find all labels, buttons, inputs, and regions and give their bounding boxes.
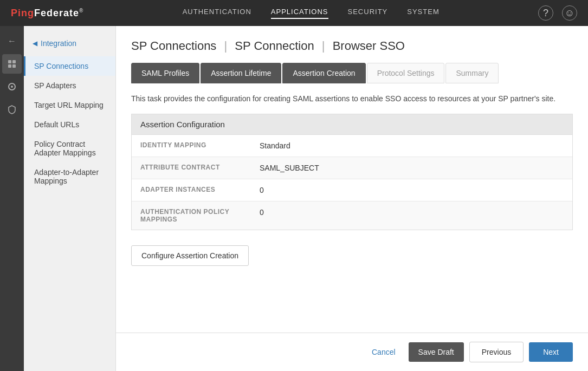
sidebar-icon-arrow[interactable]: ← (2, 31, 22, 51)
nav-authentication[interactable]: Authentication (183, 8, 251, 19)
svg-rect-0 (8, 60, 11, 63)
config-label-adapter: Adapter Instances (132, 179, 251, 201)
sidebar-item-adapter-to-adapter[interactable]: Adapter-to-Adapter Mappings (24, 162, 115, 191)
config-row-adapter: Adapter Instances 0 (132, 179, 572, 201)
svg-rect-2 (8, 64, 11, 68)
sidebar-item-default-urls[interactable]: Default URLs (24, 115, 115, 134)
nav-applications[interactable]: Applications (271, 8, 328, 19)
main-content-area: SP Connections | SP Connection | Browser… (116, 26, 588, 371)
breadcrumb-separator-1: | (224, 39, 231, 53)
sidebar-icon-connections[interactable] (2, 54, 22, 74)
top-navigation: PingFederate® Authentication Application… (0, 0, 588, 26)
tab-saml-profiles[interactable]: SAML Profiles (131, 63, 199, 83)
nav-links: Authentication Applications Security Sys… (83, 8, 538, 19)
config-label-identity: Identity Mapping (132, 135, 251, 157)
sidebar-icon-adapters[interactable] (2, 77, 22, 96)
back-button[interactable]: ◀ Integration (24, 35, 115, 52)
tab-assertion-creation[interactable]: Assertion Creation (282, 63, 365, 83)
svg-rect-1 (12, 60, 16, 63)
breadcrumb-part-1: SP Connections (131, 39, 216, 53)
config-row-identity: Identity Mapping Standard (132, 135, 572, 157)
svg-rect-3 (12, 64, 16, 68)
back-label: Integration (41, 39, 76, 48)
help-icon[interactable]: ? (538, 5, 553, 21)
left-navigation: ◀ Integration SP Connections SP Adapters… (24, 26, 116, 371)
breadcrumb-part-2: SP Connection (235, 39, 314, 53)
icon-sidebar: ← (0, 26, 24, 371)
config-value-adapter: 0 (251, 179, 572, 201)
back-arrow-icon: ◀ (33, 40, 37, 47)
config-label-attribute: Attribute Contract (132, 157, 251, 179)
assertion-config-section: Assertion Configuration Identity Mapping… (131, 114, 573, 230)
cancel-button[interactable]: Cancel (364, 343, 403, 361)
config-value-identity: Standard (251, 135, 572, 157)
breadcrumb-part-3: Browser SSO (333, 39, 405, 53)
sidebar-item-sp-connections[interactable]: SP Connections (24, 56, 115, 76)
config-row-attribute: Attribute Contract SAML_SUBJECT (132, 157, 572, 179)
tab-assertion-lifetime[interactable]: Assertion Lifetime (201, 63, 281, 83)
user-icon[interactable]: ☺ (562, 5, 577, 21)
config-label-auth-policy: Authentication Policy Mappings (132, 201, 251, 230)
next-button[interactable]: Next (529, 342, 573, 362)
configure-assertion-button[interactable]: Configure Assertion Creation (131, 245, 249, 266)
config-row-auth-policy: Authentication Policy Mappings 0 (132, 201, 572, 230)
tab-bar: SAML Profiles Assertion Lifetime Asserti… (131, 63, 573, 83)
tab-protocol-settings[interactable]: Protocol Settings (367, 63, 445, 83)
sidebar-item-sp-adapters[interactable]: SP Adapters (24, 76, 115, 95)
nav-security[interactable]: Security (348, 8, 388, 19)
app-logo: PingFederate® (11, 8, 83, 19)
breadcrumb: SP Connections | SP Connection | Browser… (131, 39, 573, 53)
svg-point-5 (11, 86, 13, 88)
config-value-attribute: SAML_SUBJECT (251, 157, 572, 179)
tab-summary[interactable]: Summary (445, 63, 499, 83)
nav-system[interactable]: System (407, 8, 439, 19)
config-value-auth-policy: 0 (251, 201, 572, 230)
assertion-config-header: Assertion Configuration (131, 114, 573, 135)
sidebar-icon-shield[interactable] (2, 100, 22, 119)
save-draft-button[interactable]: Save Draft (409, 342, 464, 362)
sidebar-item-policy-contract[interactable]: Policy Contract Adapter Mappings (24, 134, 115, 162)
breadcrumb-separator-2: | (322, 39, 328, 53)
description-text: This task provides the configuration for… (131, 94, 573, 103)
sidebar-item-target-url[interactable]: Target URL Mapping (24, 95, 115, 115)
nav-icon-group: ? ☺ (538, 5, 577, 21)
previous-button[interactable]: Previous (469, 342, 524, 362)
bottom-action-bar: Cancel Save Draft Previous Next (116, 333, 588, 371)
